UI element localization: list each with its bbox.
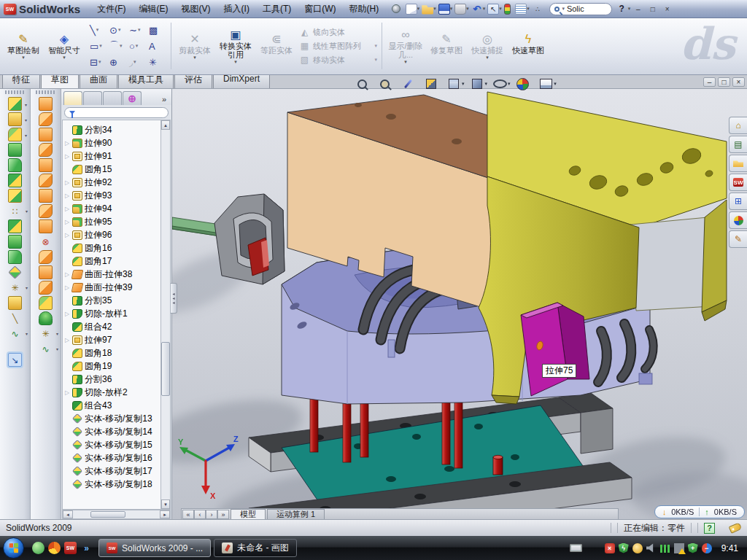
- feature-tree-item[interactable]: ▷ 组合43: [63, 399, 170, 412]
- fillet-feature-icon[interactable]: ▾: [8, 128, 22, 141]
- search-box[interactable]: ▾ Solic: [549, 3, 612, 15]
- security-alert-icon[interactable]: ×: [605, 543, 615, 553]
- start-button[interactable]: [3, 537, 24, 559]
- menu-item[interactable]: 窗口(W): [298, 1, 342, 18]
- feature-tree-item[interactable]: ▷ 拉伸93: [63, 189, 170, 202]
- feature-tree-item[interactable]: ▷ 实体-移动/复制13: [63, 412, 170, 425]
- menu-item[interactable]: 文件(F): [90, 1, 132, 18]
- print-icon[interactable]: [454, 4, 466, 15]
- prev-page-button[interactable]: ‹: [194, 510, 206, 519]
- new-file-icon[interactable]: [406, 4, 417, 15]
- feature-tree-item[interactable]: ▷ 拉伸92: [63, 176, 170, 189]
- convert-entities-button[interactable]: ▣转换实体引用▾: [215, 20, 256, 72]
- scroll-right-icon[interactable]: ▸: [160, 510, 170, 518]
- document-tab[interactable]: 运动算例 1: [267, 509, 325, 519]
- ellipse-tool[interactable]: ○▾: [127, 38, 147, 54]
- featuremanager-tab[interactable]: [63, 91, 82, 105]
- configurationmanager-tab[interactable]: [103, 91, 122, 105]
- close-button[interactable]: ×: [732, 77, 745, 87]
- signal-icon[interactable]: [660, 543, 670, 553]
- quick-snaps-button[interactable]: ◎快速捕捉▾: [467, 20, 508, 72]
- expand-arrow-icon[interactable]: ▷: [65, 271, 70, 278]
- dropdown-caret-icon[interactable]: ▾: [466, 7, 469, 11]
- feature-tree-item[interactable]: ▷ 拉伸96: [63, 228, 170, 241]
- next-page-button[interactable]: ›: [206, 510, 217, 519]
- feature-tree-item[interactable]: ▷ 拉伸97: [63, 333, 170, 346]
- mirror-entities-button[interactable]: ◭镜向实体▾: [300, 27, 379, 38]
- rib-feature-icon[interactable]: ▾: [8, 189, 22, 203]
- expand-arrow-icon[interactable]: ▷: [65, 232, 70, 238]
- feature-tree-item[interactable]: ▷ 拉伸90: [63, 136, 170, 149]
- intersect-icon[interactable]: ▾: [8, 250, 22, 264]
- filter-input[interactable]: [79, 109, 152, 117]
- polygon-tool[interactable]: ⊕▾: [107, 54, 127, 70]
- freeform-surface-icon[interactable]: ▾: [39, 174, 53, 187]
- select-icon[interactable]: ↖: [487, 4, 499, 15]
- split-feature-icon[interactable]: ▾: [8, 235, 22, 249]
- helix-curve-icon[interactable]: ∿▾: [39, 342, 53, 356]
- circle-tool[interactable]: ⊙▾: [107, 22, 127, 38]
- untrim-surface-icon[interactable]: ▾: [39, 265, 53, 279]
- feature-tree-item[interactable]: ▷ 切除-放样2: [63, 386, 170, 399]
- dropdown-caret-icon[interactable]: ▾: [450, 7, 453, 11]
- feature-tree-item[interactable]: ▷ 实体-移动/复制18: [63, 478, 170, 491]
- rectangle-tool[interactable]: ▭▾: [88, 38, 107, 54]
- volume-icon[interactable]: [646, 543, 657, 553]
- smart-dimension-button[interactable]: ◈智能尺寸▾: [44, 20, 85, 72]
- reference-axis-icon[interactable]: ╲▾: [8, 311, 22, 325]
- model-canvas[interactable]: Y Z X: [172, 89, 747, 519]
- keyboard-layout-icon[interactable]: [570, 544, 582, 552]
- zoom-area-icon[interactable]: [378, 77, 392, 91]
- offset-entities-button[interactable]: ⋐等距实体▾: [256, 20, 297, 72]
- feature-tree-item[interactable]: ▷ 实体-移动/复制16: [63, 451, 170, 464]
- sketch-button[interactable]: ✎草图绘制▾: [3, 20, 44, 72]
- menu-item[interactable]: 编辑(E): [133, 1, 175, 18]
- file-explorer-tab[interactable]: [729, 155, 747, 172]
- media-player-icon[interactable]: [48, 542, 61, 554]
- feature-tree-item[interactable]: ▷ 圆角18: [63, 346, 170, 359]
- shell-feature-icon[interactable]: ▾: [8, 158, 22, 172]
- feature-tree-item[interactable]: ▷ 拉伸91: [63, 149, 170, 163]
- display-delete-relations-button[interactable]: ∞显示/删除几...▾: [385, 20, 426, 72]
- scroll-left-icon[interactable]: ◂: [63, 510, 73, 518]
- minimize-button[interactable]: –: [703, 77, 716, 87]
- draft-feature-icon[interactable]: ▾: [8, 174, 22, 187]
- loft-feature-icon[interactable]: ▾: [8, 143, 22, 157]
- feature-tree-item[interactable]: ▷ 分割35: [63, 294, 170, 307]
- expand-arrow-icon[interactable]: ▷: [65, 192, 70, 199]
- expand-arrow-icon[interactable]: ▷: [65, 153, 70, 160]
- repair-sketch-button[interactable]: ✎修复草图▾: [426, 20, 467, 72]
- surface-fillet-icon[interactable]: ▾: [39, 296, 53, 310]
- text-tool[interactable]: A▾: [147, 38, 166, 54]
- extended-surface-icon[interactable]: ▾: [39, 128, 53, 141]
- network-warning-icon[interactable]: [674, 543, 684, 553]
- edit-appearance-icon[interactable]: [516, 77, 530, 91]
- restore-button[interactable]: □: [646, 4, 659, 14]
- surface-point-icon[interactable]: ✳▾: [39, 327, 53, 341]
- taskbar-clock[interactable]: 9:41: [719, 543, 744, 553]
- arc-tool[interactable]: ⌒▾: [107, 38, 127, 54]
- rebuild-icon[interactable]: [504, 4, 511, 15]
- help-caret-icon[interactable]: ▾: [628, 7, 631, 11]
- feature-tree-item[interactable]: ▷ 圆角17: [63, 254, 170, 268]
- rapid-sketch-button[interactable]: ϟ快速草图▾: [508, 20, 549, 72]
- view-palette-tab[interactable]: ⊞: [729, 192, 747, 210]
- menu-item[interactable]: 工具(T): [256, 1, 298, 18]
- appearances-scenes-tab[interactable]: [729, 211, 747, 229]
- minimize-button[interactable]: –: [632, 4, 644, 14]
- feature-tree-item[interactable]: ▷ 分割36: [63, 373, 170, 386]
- sync-status-icon[interactable]: −: [702, 543, 712, 553]
- document-tab[interactable]: 模型: [231, 509, 266, 519]
- custom-properties-tab[interactable]: ✎: [729, 230, 747, 248]
- spline-tool[interactable]: ∼▾: [127, 22, 147, 38]
- expand-arrow-icon[interactable]: ▷: [65, 219, 70, 225]
- task-solidworks[interactable]: SW SolidWorks 2009 - ...: [98, 539, 211, 557]
- dimxpertmanager-tab[interactable]: ⊕: [123, 91, 142, 105]
- messenger-icon[interactable]: [32, 542, 44, 554]
- trim-entities-button[interactable]: ✕剪裁实体▾: [174, 20, 215, 72]
- help-button[interactable]: ?: [615, 4, 627, 14]
- slot-tool[interactable]: ⊟▾: [88, 54, 107, 70]
- scroll-up-icon[interactable]: ▴: [161, 120, 170, 130]
- part-cam-slider[interactable]: [214, 194, 285, 284]
- open-file-icon[interactable]: [422, 4, 433, 15]
